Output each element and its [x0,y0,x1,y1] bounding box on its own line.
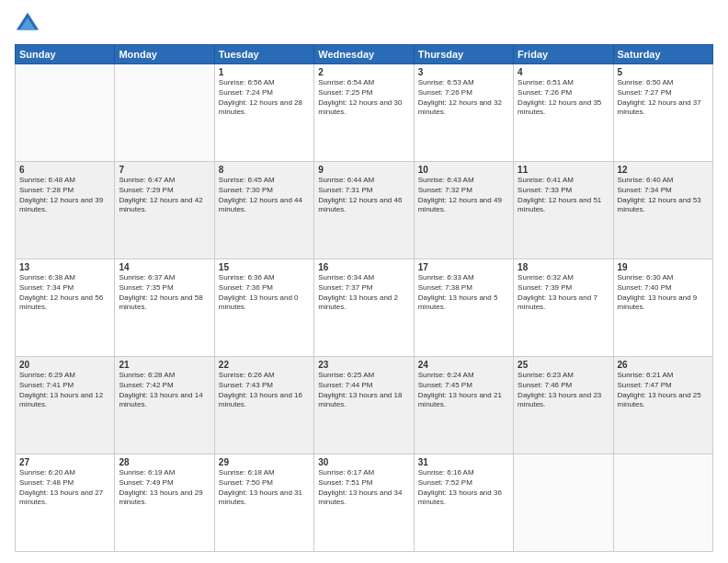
day-number: 11 [518,165,609,175]
day-info: Sunrise: 6:37 AMSunset: 7:35 PMDaylight:… [119,273,210,313]
calendar-cell: 7Sunrise: 6:47 AMSunset: 7:29 PMDaylight… [115,162,214,259]
day-info: Sunrise: 6:44 AMSunset: 7:31 PMDaylight:… [318,176,409,215]
day-number: 5 [618,67,709,77]
calendar-cell: 24Sunrise: 6:24 AMSunset: 7:45 PMDayligh… [414,357,513,454]
calendar-cell: 3Sunrise: 6:53 AMSunset: 7:26 PMDaylight… [414,64,513,162]
day-number: 2 [318,67,409,77]
day-info: Sunrise: 6:54 AMSunset: 7:25 PMDaylight:… [318,78,409,118]
calendar-cell: 5Sunrise: 6:50 AMSunset: 7:27 PMDaylight… [613,64,712,162]
day-info: Sunrise: 6:25 AMSunset: 7:44 PMDaylight:… [318,371,409,410]
calendar-cell: 4Sunrise: 6:51 AMSunset: 7:26 PMDaylight… [514,64,613,162]
day-number: 15 [219,262,310,272]
day-info: Sunrise: 6:20 AMSunset: 7:48 PMDaylight:… [19,468,110,508]
calendar-cell: 17Sunrise: 6:33 AMSunset: 7:38 PMDayligh… [414,259,513,357]
day-number: 9 [318,165,409,175]
calendar-cell: 9Sunrise: 6:44 AMSunset: 7:31 PMDaylight… [314,162,414,259]
day-info: Sunrise: 6:56 AMSunset: 7:24 PMDaylight:… [219,78,310,118]
day-number: 22 [219,360,310,370]
weekday-header-friday: Friday [514,45,613,64]
calendar-cell: 10Sunrise: 6:43 AMSunset: 7:32 PMDayligh… [414,162,513,259]
day-info: Sunrise: 6:36 AMSunset: 7:36 PMDaylight:… [219,273,310,313]
calendar-cell: 29Sunrise: 6:18 AMSunset: 7:50 PMDayligh… [214,454,313,552]
week-row-2: 6Sunrise: 6:48 AMSunset: 7:28 PMDaylight… [16,162,713,259]
calendar-cell [115,64,214,162]
calendar-cell: 15Sunrise: 6:36 AMSunset: 7:36 PMDayligh… [214,259,313,357]
header [15,11,713,37]
day-number: 20 [19,360,110,370]
weekday-header-tuesday: Tuesday [214,45,313,64]
day-number: 21 [119,360,210,370]
day-number: 7 [119,165,210,175]
day-info: Sunrise: 6:26 AMSunset: 7:43 PMDaylight:… [219,371,310,410]
day-number: 18 [518,262,609,272]
day-number: 27 [19,457,110,467]
day-info: Sunrise: 6:34 AMSunset: 7:37 PMDaylight:… [318,273,409,313]
day-info: Sunrise: 6:17 AMSunset: 7:51 PMDaylight:… [318,468,409,508]
calendar-cell: 20Sunrise: 6:29 AMSunset: 7:41 PMDayligh… [16,357,115,454]
weekday-header-wednesday: Wednesday [314,45,414,64]
day-number: 10 [418,165,509,175]
week-row-4: 20Sunrise: 6:29 AMSunset: 7:41 PMDayligh… [16,357,713,454]
calendar-cell: 1Sunrise: 6:56 AMSunset: 7:24 PMDaylight… [214,64,313,162]
calendar-cell: 6Sunrise: 6:48 AMSunset: 7:28 PMDaylight… [16,162,115,259]
day-info: Sunrise: 6:23 AMSunset: 7:46 PMDaylight:… [518,371,609,410]
calendar-cell: 30Sunrise: 6:17 AMSunset: 7:51 PMDayligh… [314,454,414,552]
calendar-cell: 28Sunrise: 6:19 AMSunset: 7:49 PMDayligh… [115,454,214,552]
calendar-table: SundayMondayTuesdayWednesdayThursdayFrid… [15,44,713,552]
page: SundayMondayTuesdayWednesdayThursdayFrid… [0,0,728,563]
weekday-header-thursday: Thursday [414,45,513,64]
calendar-cell: 11Sunrise: 6:41 AMSunset: 7:33 PMDayligh… [514,162,613,259]
day-number: 25 [518,360,609,370]
day-info: Sunrise: 6:51 AMSunset: 7:26 PMDaylight:… [518,78,609,118]
day-number: 4 [518,67,609,77]
calendar-cell: 27Sunrise: 6:20 AMSunset: 7:48 PMDayligh… [16,454,115,552]
calendar-cell [16,64,115,162]
day-number: 3 [418,67,509,77]
day-info: Sunrise: 6:48 AMSunset: 7:28 PMDaylight:… [19,176,110,215]
day-info: Sunrise: 6:40 AMSunset: 7:34 PMDaylight:… [618,176,709,215]
calendar-cell: 8Sunrise: 6:45 AMSunset: 7:30 PMDaylight… [214,162,313,259]
day-info: Sunrise: 6:50 AMSunset: 7:27 PMDaylight:… [618,78,709,118]
day-info: Sunrise: 6:38 AMSunset: 7:34 PMDaylight:… [19,273,110,313]
weekday-header-row: SundayMondayTuesdayWednesdayThursdayFrid… [16,45,713,64]
calendar-cell [514,454,613,552]
day-number: 29 [219,457,310,467]
day-info: Sunrise: 6:21 AMSunset: 7:47 PMDaylight:… [618,371,709,410]
day-number: 6 [19,165,110,175]
day-number: 13 [19,262,110,272]
day-number: 12 [618,165,709,175]
day-number: 24 [418,360,509,370]
calendar-cell: 16Sunrise: 6:34 AMSunset: 7:37 PMDayligh… [314,259,414,357]
day-number: 26 [618,360,709,370]
calendar-cell: 2Sunrise: 6:54 AMSunset: 7:25 PMDaylight… [314,64,414,162]
calendar-cell: 19Sunrise: 6:30 AMSunset: 7:40 PMDayligh… [613,259,712,357]
day-info: Sunrise: 6:19 AMSunset: 7:49 PMDaylight:… [119,468,210,508]
calendar-cell: 12Sunrise: 6:40 AMSunset: 7:34 PMDayligh… [613,162,712,259]
calendar-cell: 14Sunrise: 6:37 AMSunset: 7:35 PMDayligh… [115,259,214,357]
week-row-3: 13Sunrise: 6:38 AMSunset: 7:34 PMDayligh… [16,259,713,357]
day-info: Sunrise: 6:16 AMSunset: 7:52 PMDaylight:… [418,468,509,508]
calendar-cell: 26Sunrise: 6:21 AMSunset: 7:47 PMDayligh… [613,357,712,454]
weekday-header-saturday: Saturday [613,45,712,64]
day-info: Sunrise: 6:32 AMSunset: 7:39 PMDaylight:… [518,273,609,313]
week-row-1: 1Sunrise: 6:56 AMSunset: 7:24 PMDaylight… [16,64,713,162]
calendar-cell: 18Sunrise: 6:32 AMSunset: 7:39 PMDayligh… [514,259,613,357]
weekday-header-monday: Monday [115,45,214,64]
day-number: 31 [418,457,509,467]
day-number: 28 [119,457,210,467]
day-info: Sunrise: 6:53 AMSunset: 7:26 PMDaylight:… [418,78,509,118]
day-info: Sunrise: 6:43 AMSunset: 7:32 PMDaylight:… [418,176,509,215]
logo [15,11,44,37]
calendar-cell: 23Sunrise: 6:25 AMSunset: 7:44 PMDayligh… [314,357,414,454]
calendar-cell: 13Sunrise: 6:38 AMSunset: 7:34 PMDayligh… [16,259,115,357]
calendar-cell: 25Sunrise: 6:23 AMSunset: 7:46 PMDayligh… [514,357,613,454]
day-info: Sunrise: 6:33 AMSunset: 7:38 PMDaylight:… [418,273,509,313]
calendar-cell [613,454,712,552]
day-info: Sunrise: 6:30 AMSunset: 7:40 PMDaylight:… [618,273,709,313]
day-number: 23 [318,360,409,370]
day-info: Sunrise: 6:29 AMSunset: 7:41 PMDaylight:… [19,371,110,410]
day-info: Sunrise: 6:47 AMSunset: 7:29 PMDaylight:… [119,176,210,215]
day-number: 16 [318,262,409,272]
day-number: 30 [318,457,409,467]
weekday-header-sunday: Sunday [16,45,115,64]
